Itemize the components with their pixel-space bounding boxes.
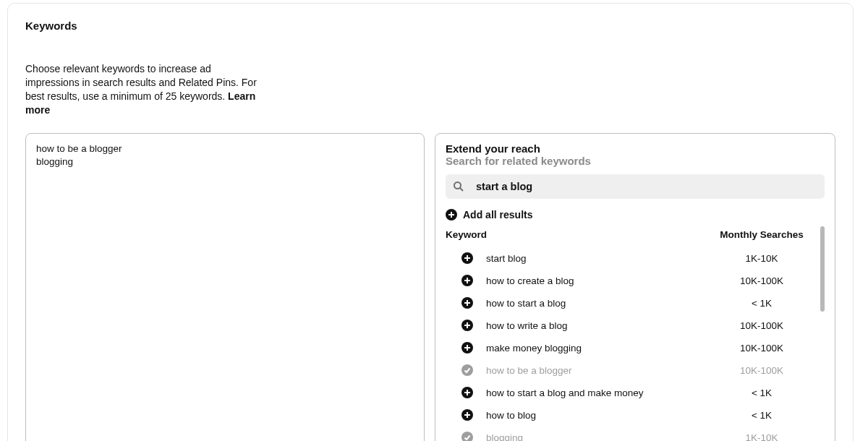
result-searches: < 1K	[706, 388, 817, 398]
result-searches: 10K-100K	[706, 365, 817, 376]
result-row: how to create a blog10K-100K	[446, 270, 817, 292]
section-title: Keywords	[25, 20, 835, 32]
keywords-section: Keywords Choose relevant keywords to inc…	[7, 3, 854, 441]
result-row: make money blogging10K-100K	[446, 337, 817, 359]
result-searches: < 1K	[706, 298, 817, 309]
extend-subtitle: Search for related keywords	[446, 155, 825, 167]
svg-point-20	[461, 364, 473, 376]
result-searches: < 1K	[706, 410, 817, 421]
add-keyword-button[interactable]	[446, 387, 486, 398]
result-keyword: make money blogging	[486, 343, 706, 354]
result-row: how to start a blog and make money< 1K	[446, 382, 817, 404]
selected-keywords-panel[interactable]: how to be a bloggerblogging 2 keywords	[25, 133, 425, 441]
scrollbar[interactable]	[820, 226, 825, 312]
result-searches: 10K-100K	[706, 320, 817, 331]
add-keyword-button[interactable]	[446, 320, 486, 331]
result-keyword: how to write a blog	[486, 320, 706, 331]
add-keyword-button[interactable]	[446, 342, 486, 354]
keyword-search-input[interactable]	[475, 180, 817, 193]
extend-reach-panel: Extend your reach Search for related key…	[435, 133, 835, 441]
result-row: how to start a blog< 1K	[446, 292, 817, 314]
result-keyword: start blog	[486, 253, 706, 264]
add-keyword-button[interactable]	[446, 275, 486, 286]
results-header: Keyword Monthly Searches	[446, 229, 817, 240]
add-keyword-button[interactable]	[446, 297, 486, 309]
result-keyword: how to start a blog	[486, 298, 706, 309]
search-icon	[453, 181, 464, 192]
result-searches: 10K-100K	[706, 343, 817, 354]
result-keyword: how to create a blog	[486, 275, 706, 286]
col-searches: Monthly Searches	[706, 229, 817, 240]
selected-keyword[interactable]: how to be a blogger	[36, 142, 414, 155]
add-all-results-button[interactable]: Add all results	[446, 209, 825, 220]
section-description: Choose relevant keywords to increase ad …	[25, 62, 257, 117]
result-searches: 1K-10K	[706, 253, 817, 264]
result-searches: 10K-100K	[706, 275, 817, 286]
check-circle-icon	[446, 432, 486, 441]
plus-circle-icon	[446, 209, 457, 220]
keyword-search[interactable]	[446, 174, 825, 199]
extend-title: Extend your reach	[446, 142, 825, 155]
add-all-label: Add all results	[463, 209, 532, 220]
selected-keyword[interactable]: blogging	[36, 155, 414, 168]
svg-line-1	[460, 188, 463, 191]
check-circle-icon	[446, 364, 486, 376]
result-keyword: blogging	[486, 432, 706, 441]
result-row: blogging1K-10K	[446, 427, 817, 441]
result-row: start blog1K-10K	[446, 247, 817, 270]
col-keyword: Keyword	[446, 229, 706, 240]
result-row: how to write a blog10K-100K	[446, 314, 817, 337]
result-row: how to blog< 1K	[446, 404, 817, 427]
result-keyword: how to be a blogger	[486, 365, 706, 376]
result-keyword: how to start a blog and make money	[486, 388, 706, 398]
description-text: Choose relevant keywords to increase ad …	[25, 63, 257, 102]
result-keyword: how to blog	[486, 410, 706, 421]
result-searches: 1K-10K	[706, 432, 817, 441]
svg-point-0	[454, 182, 461, 189]
result-row: how to be a blogger10K-100K	[446, 359, 817, 382]
add-keyword-button[interactable]	[446, 409, 486, 421]
add-keyword-button[interactable]	[446, 252, 486, 264]
